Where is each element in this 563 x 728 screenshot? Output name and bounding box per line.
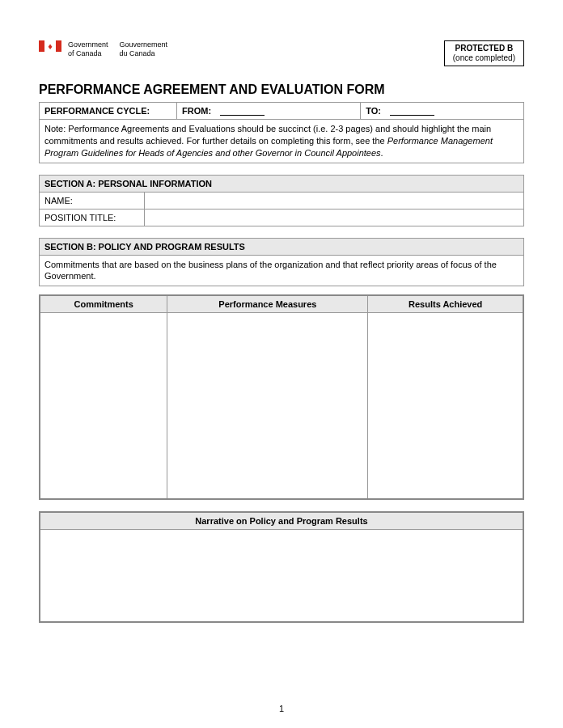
narrative-table: Narrative on Policy and Program Results (39, 511, 524, 624)
col-measures: Performance Measures (167, 295, 368, 313)
government-text: Government of Canada Gouvernement du Can… (68, 40, 167, 58)
position-input[interactable] (145, 209, 524, 226)
commitments-input[interactable] (40, 313, 167, 499)
cycle-to-cell: TO: (361, 103, 524, 120)
from-input[interactable] (220, 106, 265, 116)
section-b-table: SECTION B: POLICY AND PROGRAM RESULTS Co… (39, 238, 524, 287)
form-title: PERFORMANCE AGREEMENT AND EVALUATION FOR… (39, 83, 524, 97)
col-commitments: Commitments (40, 295, 167, 313)
section-b-header: SECTION B: POLICY AND PROGRAM RESULTS (40, 238, 524, 255)
note-cell: Note: Performance Agreements and Evaluat… (40, 120, 524, 163)
section-a-table: SECTION A: PERSONAL INFORMATION NAME: PO… (39, 175, 524, 226)
narrative-input[interactable] (40, 529, 523, 622)
section-a-header: SECTION A: PERSONAL INFORMATION (40, 175, 524, 192)
cycle-table: PERFORMANCE CYCLE: FROM: TO: Note: Perfo… (39, 102, 524, 163)
measures-input[interactable] (167, 313, 368, 499)
note-suffix: . (381, 148, 383, 158)
section-b-description: Commitments that are based on the busine… (40, 255, 524, 286)
page-number: 1 (0, 704, 563, 713)
cycle-label: PERFORMANCE CYCLE: (40, 103, 177, 120)
name-label: NAME: (40, 192, 145, 209)
from-label: FROM: (182, 106, 211, 116)
name-input[interactable] (145, 192, 524, 209)
gov-fr-line1: Gouvernement (120, 40, 168, 49)
col-results: Results Achieved (368, 295, 523, 313)
narrative-header: Narrative on Policy and Program Results (40, 512, 523, 530)
cycle-from-cell: FROM: (177, 103, 361, 120)
protected-line1: PROTECTED B (453, 44, 515, 53)
protected-classification: PROTECTED B (once completed) (444, 40, 524, 66)
commitments-table: Commitments Performance Measures Results… (39, 294, 524, 500)
to-input[interactable] (390, 106, 434, 116)
government-wordmark: ♦ Government of Canada Gouvernement du C… (39, 40, 167, 58)
gov-fr-line2: du Canada (120, 49, 168, 58)
to-label: TO: (366, 106, 381, 116)
canada-flag-icon: ♦ (39, 40, 61, 52)
results-input[interactable] (368, 313, 523, 499)
protected-line2: (once completed) (453, 53, 515, 63)
page-header: ♦ Government of Canada Gouvernement du C… (39, 40, 524, 66)
gov-en-line2: of Canada (68, 49, 108, 58)
gov-en-line1: Government (68, 40, 108, 49)
position-label: POSITION TITLE: (40, 209, 145, 226)
